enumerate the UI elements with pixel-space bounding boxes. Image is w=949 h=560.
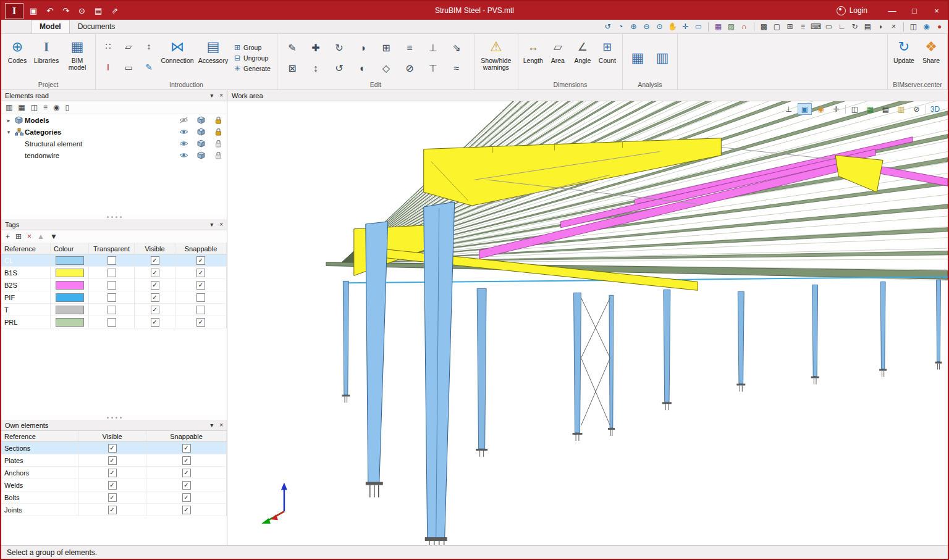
- panel-resize-grip[interactable]: [1, 416, 227, 420]
- print-icon[interactable]: ▤: [95, 7, 102, 15]
- area-button[interactable]: ▱ Area: [546, 36, 570, 80]
- split-view-icon[interactable]: ◫: [908, 23, 919, 30]
- analysis-table-icon[interactable]: ▦: [626, 36, 649, 80]
- tag-row-b2s[interactable]: B2S✓✓: [1, 279, 227, 291]
- node-grid-icon[interactable]: ∷: [106, 42, 111, 51]
- lock-icon[interactable]: [209, 116, 227, 124]
- angle-button[interactable]: ∠ Angle: [571, 36, 594, 80]
- visible-checkbox[interactable]: ✓: [108, 469, 117, 477]
- move-icon[interactable]: ✚: [304, 38, 327, 58]
- snappable-checkbox[interactable]: ✓: [196, 256, 205, 265]
- view-3d-icon[interactable]: 3D: [929, 104, 942, 114]
- visible-checkbox[interactable]: ✓: [108, 506, 117, 514]
- offset-icon[interactable]: ≡: [398, 38, 421, 58]
- tree-item-models[interactable]: ▸Models: [1, 114, 227, 126]
- keyboard-icon[interactable]: ⌨: [810, 23, 822, 30]
- transparent-checkbox[interactable]: [108, 269, 116, 277]
- group-filter-icon[interactable]: ◫: [31, 104, 38, 111]
- accessory-button[interactable]: ▤ Accessory: [196, 36, 230, 80]
- own-row-welds[interactable]: Welds✓✓: [1, 479, 227, 491]
- own-col-snappable[interactable]: Snappable: [146, 431, 227, 441]
- panel-resize-grip[interactable]: [1, 215, 227, 219]
- background-icon[interactable]: ▩: [758, 23, 770, 30]
- transparent-checkbox[interactable]: [108, 256, 116, 265]
- center-view-icon[interactable]: ✛: [680, 23, 691, 30]
- globe-icon[interactable]: ◉: [53, 104, 59, 111]
- copy-icon[interactable]: ⊞: [374, 38, 398, 58]
- plumb-reference-icon[interactable]: ⊥: [782, 104, 795, 114]
- share-button[interactable]: ❖ Share: [918, 36, 944, 80]
- visible-checkbox[interactable]: ✓: [108, 493, 117, 502]
- visible-checkbox[interactable]: ✓: [151, 281, 159, 290]
- expander-open-icon[interactable]: ▾: [4, 129, 13, 135]
- redo-icon[interactable]: ↷: [62, 7, 69, 15]
- own-col-visible[interactable]: Visible: [78, 431, 146, 441]
- model-3d-view[interactable]: [227, 101, 948, 545]
- own-row-joints[interactable]: Joints✓✓: [1, 504, 227, 516]
- connection-button[interactable]: ⋈ Connection: [159, 36, 195, 80]
- snappable-checkbox[interactable]: ✓: [182, 493, 191, 502]
- add-tag-icon[interactable]: +: [6, 233, 10, 240]
- ungroup-button[interactable]: ⊟Ungroup: [234, 54, 271, 62]
- zoom-out-icon[interactable]: ⊖: [641, 23, 652, 30]
- full-screen-icon[interactable]: ▭: [693, 23, 704, 30]
- web-globe-icon[interactable]: ◉: [921, 23, 932, 30]
- delete-tag-icon[interactable]: ×: [27, 233, 32, 240]
- comments-icon[interactable]: ◗: [875, 23, 887, 30]
- close-panel-icon[interactable]: ×: [219, 93, 223, 99]
- zoom-in-icon[interactable]: ⊕: [628, 23, 639, 30]
- colour-swatch[interactable]: [56, 256, 84, 265]
- maximize-button[interactable]: □: [903, 2, 926, 19]
- snappable-checkbox[interactable]: [196, 293, 205, 302]
- update-button[interactable]: ↻ Update: [891, 36, 917, 80]
- tags-col-visible[interactable]: Visible: [135, 243, 175, 254]
- close-panel-icon[interactable]: ×: [219, 222, 223, 228]
- codes-button[interactable]: ⊕ Codes: [4, 36, 30, 80]
- libraries-button[interactable]: I Libraries: [32, 36, 61, 80]
- anchor-icon[interactable]: ⊤: [421, 58, 445, 78]
- views-icon[interactable]: ◫: [848, 104, 861, 114]
- length-button[interactable]: ↔ Length: [521, 36, 545, 80]
- own-row-plates[interactable]: Plates✓✓: [1, 454, 227, 467]
- visible-checkbox[interactable]: ✓: [151, 318, 159, 327]
- check-grid-icon[interactable]: ▦: [864, 104, 877, 114]
- dxf-template-icon[interactable]: ▦: [712, 23, 724, 30]
- tags-col-colour[interactable]: Colour: [51, 243, 89, 254]
- snappable-checkbox[interactable]: ✓: [182, 444, 191, 453]
- delete-icon[interactable]: ⊠: [280, 58, 304, 78]
- snap-cube-icon[interactable]: [192, 116, 209, 124]
- snap-cube-icon[interactable]: [192, 140, 209, 148]
- collapse-panel-icon[interactable]: ▾: [210, 93, 213, 99]
- snappable-checkbox[interactable]: ✓: [196, 318, 205, 327]
- colour-swatch[interactable]: [56, 306, 84, 314]
- axes-view-icon[interactable]: ✛: [830, 104, 843, 114]
- collapse-panel-icon[interactable]: ▾: [210, 422, 213, 428]
- group-button[interactable]: ⊞Group: [234, 44, 271, 51]
- transparent-checkbox[interactable]: [108, 306, 116, 314]
- tags-col-snappable[interactable]: Snappable: [175, 243, 227, 254]
- grid-filter-icon[interactable]: ▦: [18, 104, 25, 111]
- snappable-checkbox[interactable]: ✓: [182, 469, 191, 477]
- colour-swatch[interactable]: [56, 269, 84, 277]
- tag-row-pif[interactable]: PIF✓: [1, 291, 227, 304]
- colour-swatch[interactable]: [56, 281, 84, 290]
- edit-icon[interactable]: ✎: [280, 38, 304, 58]
- tab-documents[interactable]: Documents: [70, 20, 124, 33]
- close-panel-icon[interactable]: ×: [219, 422, 223, 428]
- window-select-icon[interactable]: ▢: [771, 23, 783, 30]
- app-logo-icon[interactable]: I: [5, 3, 23, 19]
- ruler-icon[interactable]: ▯: [65, 104, 70, 111]
- ortho-angle-icon[interactable]: ∟: [836, 23, 848, 30]
- tree-item-structural-element[interactable]: Structural element: [1, 138, 227, 149]
- count-button[interactable]: ⊞ Count: [596, 36, 619, 80]
- hide-elements-icon[interactable]: ⊘: [910, 104, 923, 114]
- visibility-eye-icon[interactable]: [175, 140, 192, 147]
- model-viewport[interactable]: ⊥▣◉✛◫▦▤▥⊘3D: [227, 101, 948, 545]
- analysis-report-icon[interactable]: ▥: [651, 36, 674, 80]
- own-col-reference[interactable]: Reference: [1, 431, 78, 441]
- snappable-checkbox[interactable]: ✓: [196, 281, 205, 290]
- tag-icon[interactable]: ◇: [374, 58, 398, 78]
- own-row-bolts[interactable]: Bolts✓✓: [1, 491, 227, 504]
- lock-icon[interactable]: [209, 140, 227, 148]
- collapse-panel-icon[interactable]: ▾: [210, 222, 213, 228]
